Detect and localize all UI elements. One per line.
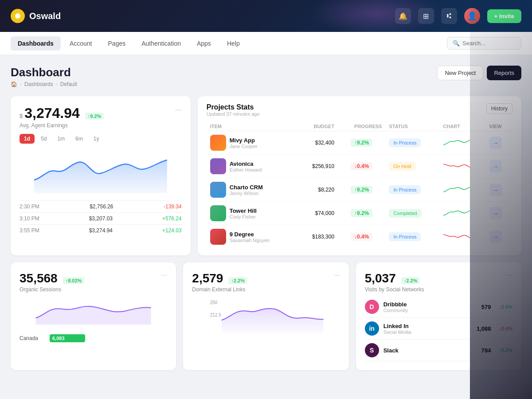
external-more-button[interactable]: ··· bbox=[334, 271, 340, 293]
breadcrumb-dashboards[interactable]: Dashboards bbox=[24, 81, 53, 87]
social-icon: in bbox=[365, 321, 379, 336]
organic-chart-svg bbox=[20, 298, 167, 325]
col-status: STATUS bbox=[385, 122, 439, 131]
earnings-subtitle: Avg. Agent Earnings bbox=[20, 122, 104, 129]
social-label: Visits by Social Networks bbox=[365, 286, 424, 293]
external-badge: ↑2.2% bbox=[228, 277, 247, 284]
top-bar-right: 🔔 ⊞ ⑆ 👤 + Invite bbox=[395, 8, 521, 24]
project-status: In Process bbox=[389, 232, 421, 241]
time-filter-1y[interactable]: 1y bbox=[89, 134, 104, 144]
search-box[interactable]: 🔍 bbox=[447, 37, 521, 50]
val-0: $2,756.26 bbox=[90, 203, 113, 210]
avatar[interactable]: 👤 bbox=[464, 8, 480, 24]
project-budget: $8,220 bbox=[298, 178, 338, 202]
nav-item-authentication[interactable]: Authentication bbox=[134, 36, 188, 51]
change-1: +576.24 bbox=[162, 215, 182, 222]
time-filter-6m[interactable]: 6m bbox=[71, 134, 87, 144]
col-progress: PROGRESS bbox=[338, 122, 385, 131]
projects-header: Projects Stats Updated 37 minutes ago Hi… bbox=[207, 103, 512, 117]
organic-more-button[interactable]: ··· bbox=[161, 271, 167, 293]
project-progress: ↓0.4% bbox=[351, 162, 372, 170]
share-icon[interactable]: ⑆ bbox=[441, 8, 457, 24]
project-status: On Hold bbox=[389, 162, 415, 171]
reports-button[interactable]: Reports bbox=[487, 66, 521, 80]
page-header: Dashboard 🏠 › Dashboards › Default New P… bbox=[11, 66, 521, 87]
project-budget: $183,300 bbox=[298, 225, 338, 249]
project-budget: $256,910 bbox=[298, 155, 338, 178]
social-change: ↑2.6% bbox=[499, 304, 512, 309]
nav-item-apps[interactable]: Apps bbox=[190, 36, 218, 51]
project-view-button[interactable]: → bbox=[489, 184, 502, 196]
project-view-button[interactable]: → bbox=[489, 207, 502, 219]
change-2: +124.03 bbox=[162, 227, 182, 234]
chart-data-rows: 2:30 PM $2,756.26 -139.34 3:10 PM $3,207… bbox=[20, 200, 182, 236]
project-status: In Process bbox=[389, 185, 421, 194]
project-progress: ↑9.2% bbox=[351, 209, 372, 217]
new-project-button[interactable]: New Project bbox=[437, 66, 483, 80]
val-1: $3,207.03 bbox=[89, 215, 113, 222]
external-label: Domain External Links bbox=[192, 286, 247, 293]
social-count: 579 bbox=[481, 304, 491, 310]
projects-table: ITEM BUDGET PROGRESS STATUS CHART VIEW M… bbox=[207, 122, 512, 248]
social-name: Linked In bbox=[383, 323, 411, 329]
project-chart bbox=[440, 225, 486, 249]
secondary-nav: Dashboards Account Pages Authentication … bbox=[0, 32, 532, 55]
organic-sessions-card: 35,568 ↑8.02% Organic Sessions ··· Canad… bbox=[11, 262, 176, 370]
organic-label: Organic Sessions bbox=[20, 286, 84, 293]
layout-icon[interactable]: ⊞ bbox=[418, 8, 434, 24]
project-chart bbox=[440, 178, 486, 202]
external-chart-svg: 250 212.5 bbox=[192, 298, 340, 333]
logo-area: Oswald bbox=[11, 9, 61, 23]
time-0: 2:30 PM bbox=[20, 203, 39, 210]
chart-row-0: 2:30 PM $2,756.26 -139.34 bbox=[20, 200, 182, 212]
projects-stats-card: Projects Stats Updated 37 minutes ago Hi… bbox=[198, 96, 521, 255]
time-filter-5d[interactable]: 5d bbox=[36, 134, 51, 144]
app-name: Oswald bbox=[29, 11, 61, 21]
history-button[interactable]: History bbox=[486, 103, 512, 114]
social-more-button[interactable]: ··· bbox=[507, 271, 512, 293]
notifications-icon[interactable]: 🔔 bbox=[395, 8, 411, 24]
top-bar: Oswald 🔔 ⊞ ⑆ 👤 + Invite bbox=[0, 0, 532, 32]
search-icon: 🔍 bbox=[453, 40, 460, 47]
project-budget: $74,000 bbox=[298, 202, 338, 225]
earnings-badge: ↑9.2% bbox=[85, 113, 104, 120]
social-row: D Dribbble Community 579 ↑2.6% bbox=[365, 296, 512, 318]
project-person: Jenny Wilson bbox=[230, 191, 263, 196]
col-chart: CHART bbox=[440, 122, 486, 131]
project-chart bbox=[440, 202, 486, 225]
nav-item-help[interactable]: Help bbox=[220, 36, 247, 51]
svg-text:212.5: 212.5 bbox=[210, 313, 221, 317]
project-view-button[interactable]: → bbox=[489, 137, 502, 149]
project-thumb bbox=[210, 135, 226, 151]
project-view-button[interactable]: → bbox=[489, 231, 502, 243]
breadcrumb-default: Default bbox=[60, 81, 77, 87]
social-type: Social Media bbox=[383, 329, 411, 335]
project-progress: ↓0.4% bbox=[351, 233, 372, 241]
time-filter-1m[interactable]: 1m bbox=[53, 134, 69, 144]
geo-bar-canada: 6,083 bbox=[50, 334, 85, 342]
project-status: Completed bbox=[389, 209, 421, 218]
project-thumb bbox=[210, 229, 226, 245]
external-value: 2,579 bbox=[192, 271, 223, 286]
organic-value: 35,568 bbox=[20, 271, 58, 286]
project-person: Savannah Nguyen bbox=[230, 238, 270, 243]
project-name: Tower Hill bbox=[230, 207, 257, 214]
social-name: Dribbble bbox=[383, 301, 408, 308]
logo-icon bbox=[11, 9, 25, 23]
project-progress: ↑9.2% bbox=[351, 139, 372, 147]
nav-item-pages[interactable]: Pages bbox=[101, 36, 133, 51]
project-person: Esther Howard bbox=[230, 167, 262, 172]
table-row: 9 Degree Savannah Nguyen $183,300 ↓0.4% … bbox=[207, 225, 512, 249]
currency-symbol: $ bbox=[20, 113, 23, 119]
search-input[interactable] bbox=[462, 40, 516, 47]
nav-item-account[interactable]: Account bbox=[63, 36, 99, 51]
invite-button[interactable]: + Invite bbox=[487, 9, 521, 23]
time-filter-1d[interactable]: 1d bbox=[20, 134, 35, 144]
project-view-button[interactable]: → bbox=[489, 160, 502, 172]
nav-item-dashboards[interactable]: Dashboards bbox=[11, 36, 61, 51]
projects-updated: Updated 37 minutes ago bbox=[207, 111, 260, 117]
project-status: In Process bbox=[389, 138, 421, 147]
earnings-more-button[interactable]: ··· bbox=[175, 105, 182, 114]
project-person: Cody Fisher bbox=[230, 214, 257, 219]
val-2: $3,274.94 bbox=[89, 227, 113, 234]
